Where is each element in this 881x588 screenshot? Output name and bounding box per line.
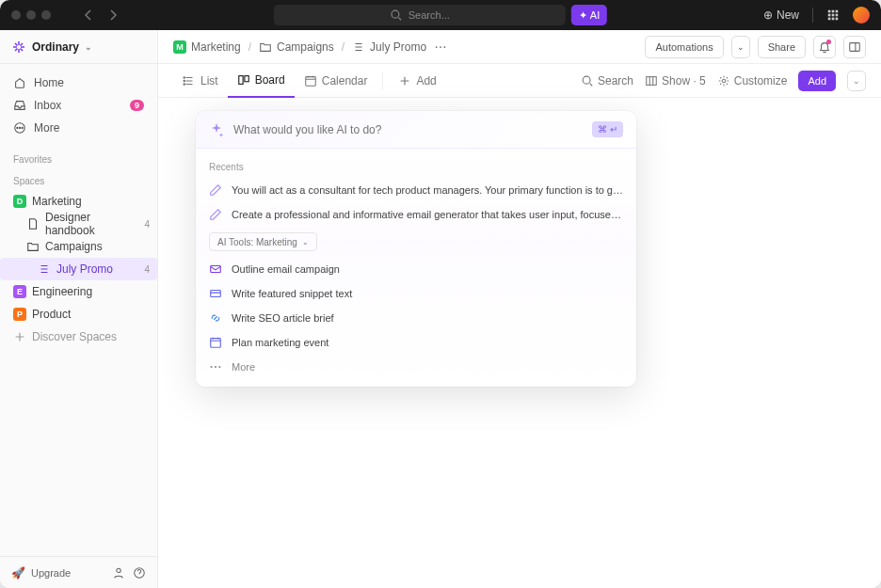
sidebar: Ordinary ⌄ Home Inbox 9 More Favorit xyxy=(0,30,158,588)
search-icon xyxy=(581,74,594,87)
svg-rect-5 xyxy=(832,14,835,17)
svg-rect-23 xyxy=(238,75,242,84)
ai-tools-filter[interactable]: AI Tools: Marketing ⌄ xyxy=(209,232,317,251)
svg-point-33 xyxy=(215,366,216,368)
ai-recent-item[interactable]: You will act as a consultant for tech pr… xyxy=(196,178,636,202)
sidebar-more[interactable]: More xyxy=(6,117,152,139)
minimize-dot-icon[interactable] xyxy=(26,10,36,20)
ai-tool-item[interactable]: Write SEO article brief xyxy=(196,306,636,330)
search-placeholder: Search... xyxy=(408,9,450,21)
envelope-icon xyxy=(209,262,222,276)
upgrade-link[interactable]: Upgrade xyxy=(31,567,71,579)
notification-dot-icon xyxy=(826,40,831,44)
ai-button[interactable]: ✦ AI xyxy=(571,5,607,25)
svg-point-18 xyxy=(444,46,446,48)
svg-point-17 xyxy=(440,46,441,48)
space-marketing[interactable]: D Marketing xyxy=(0,190,157,213)
view-add[interactable]: Add xyxy=(389,64,445,98)
ai-prompt-input[interactable] xyxy=(233,123,583,136)
home-icon xyxy=(13,76,26,89)
svg-rect-30 xyxy=(211,291,221,297)
ai-tool-item[interactable]: Write featured snippet text xyxy=(196,281,636,306)
sidebar-inbox[interactable]: Inbox 9 xyxy=(6,94,152,117)
chevron-down-icon: ⌄ xyxy=(737,42,745,52)
share-button[interactable]: Share xyxy=(758,36,806,58)
svg-rect-1 xyxy=(828,10,831,13)
ai-panel-header: ⌘ ↵ xyxy=(196,111,636,149)
sidebar-item-campaigns[interactable]: Campaigns xyxy=(0,235,157,258)
svg-point-21 xyxy=(184,80,184,81)
svg-point-22 xyxy=(184,83,184,84)
board-icon xyxy=(237,73,250,87)
space-product[interactable]: P Product xyxy=(0,303,157,326)
list-icon xyxy=(183,74,196,87)
notifications-button[interactable] xyxy=(813,36,836,58)
sidebar-icon xyxy=(848,40,861,54)
help-icon[interactable] xyxy=(133,566,146,580)
search-view[interactable]: Search xyxy=(581,74,633,87)
ai-tool-item[interactable]: Outline email campaign xyxy=(196,257,636,281)
automations-dropdown[interactable]: ⌄ xyxy=(731,36,750,58)
space-badge-icon: D xyxy=(13,195,26,208)
svg-rect-9 xyxy=(836,18,839,21)
chevron-down-icon: ⌄ xyxy=(85,42,92,52)
forward-button[interactable] xyxy=(105,8,120,23)
panel-toggle-button[interactable] xyxy=(843,36,866,58)
chevron-down-icon: ⌄ xyxy=(853,76,860,86)
user-avatar[interactable] xyxy=(853,7,870,24)
add-task-button[interactable]: Add xyxy=(798,71,836,91)
new-button[interactable]: ⊕ New xyxy=(763,8,799,22)
folder-icon xyxy=(259,40,272,54)
ai-more[interactable]: More xyxy=(196,355,636,379)
folder-icon xyxy=(26,240,40,253)
svg-point-13 xyxy=(22,127,23,128)
global-search[interactable]: Search... xyxy=(274,5,566,25)
svg-point-16 xyxy=(436,46,438,48)
ellipsis-icon[interactable] xyxy=(434,40,447,54)
sidebar-item-july-promo[interactable]: July Promo 4 xyxy=(0,258,157,280)
discover-spaces[interactable]: Discover Spaces xyxy=(0,326,157,348)
sidebar-home[interactable]: Home xyxy=(6,72,152,94)
close-dot-icon[interactable] xyxy=(11,10,21,20)
inbox-icon xyxy=(13,99,26,112)
traffic-lights xyxy=(11,10,51,20)
show-columns[interactable]: Show · 5 xyxy=(645,74,706,87)
breadcrumb-space[interactable]: M Marketing xyxy=(173,40,241,54)
svg-rect-8 xyxy=(832,18,835,21)
view-calendar[interactable]: Calendar xyxy=(295,64,377,98)
svg-rect-3 xyxy=(836,10,839,13)
svg-rect-27 xyxy=(647,76,657,85)
space-engineering[interactable]: E Engineering xyxy=(0,280,157,303)
calendar-icon xyxy=(209,336,222,349)
breadcrumb-list[interactable]: July Promo xyxy=(352,40,426,54)
favorites-label: Favorites xyxy=(0,147,157,168)
user-icon[interactable] xyxy=(112,566,125,580)
ai-tool-item[interactable]: Plan marketing event xyxy=(196,330,636,355)
chevron-down-icon: ⌄ xyxy=(302,238,309,246)
main-content: M Marketing / Campaigns / July Promo Aut… xyxy=(158,30,881,588)
customize-view[interactable]: Customize xyxy=(717,74,788,87)
view-board[interactable]: Board xyxy=(228,64,295,98)
spaces-label: Spaces xyxy=(0,168,157,190)
ai-recent-item[interactable]: Create a professional and informative em… xyxy=(196,202,636,227)
space-badge-icon: E xyxy=(13,285,26,298)
automations-button[interactable]: Automations xyxy=(645,36,723,58)
list-icon xyxy=(38,262,51,276)
ellipsis-circle-icon xyxy=(13,121,26,135)
sidebar-item-designer-handbook[interactable]: Designer handbook 4 xyxy=(0,213,157,235)
back-button[interactable] xyxy=(81,8,96,23)
breadcrumb-folder[interactable]: Campaigns xyxy=(259,40,334,54)
ai-panel-body: Recents You will act as a consultant for… xyxy=(196,149,636,387)
view-list[interactable]: List xyxy=(173,64,228,98)
svg-point-12 xyxy=(19,127,20,128)
plus-icon xyxy=(398,74,411,87)
svg-rect-19 xyxy=(850,42,860,51)
search-icon xyxy=(390,8,403,22)
add-task-dropdown[interactable]: ⌄ xyxy=(847,71,866,91)
titlebar: Search... ✦ AI ⊕ New xyxy=(0,0,881,30)
svg-point-0 xyxy=(392,10,399,18)
gear-icon xyxy=(717,74,730,87)
maximize-dot-icon[interactable] xyxy=(41,10,51,20)
workspace-selector[interactable]: Ordinary ⌄ xyxy=(0,30,157,64)
apps-grid-icon[interactable] xyxy=(826,8,840,22)
